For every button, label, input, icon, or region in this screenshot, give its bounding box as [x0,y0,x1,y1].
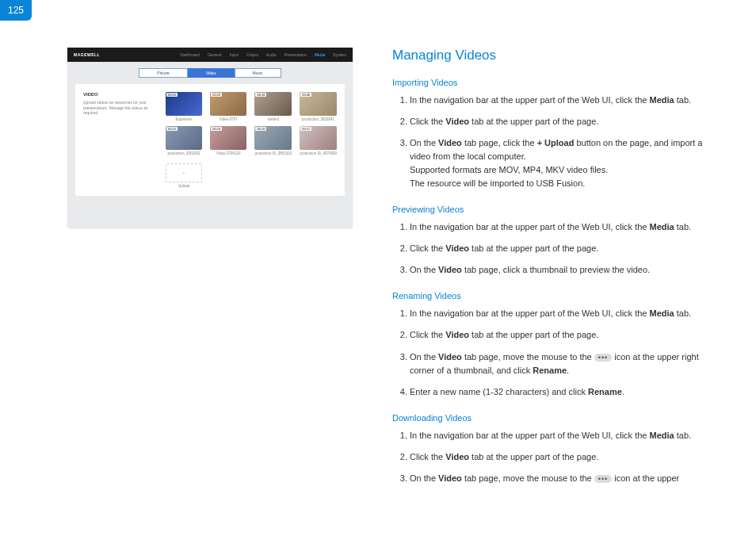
mock-nav-item: General [208,52,222,57]
mock-nav: DashboardGeneralInputOutputAudioPresenta… [180,52,346,57]
mock-thumb-label: Video-3707 [210,117,246,121]
mock-nav-item: System [333,52,346,57]
mock-duration-badge: 00:05 [166,93,178,97]
mock-duration-badge: 00:12 [300,127,311,131]
mock-thumbnail: 00:05Expansion [166,92,202,121]
bold-text: + Upload [537,138,575,147]
content-column: Managing Videos Importing VideosIn the n… [392,48,708,493]
step-item: In the navigation bar at the upper part … [410,220,708,234]
mock-tabs: PictureVideoMusic [67,68,353,78]
ellipsis-icon: ••• [594,354,612,362]
bold-text: Media [649,222,674,232]
bold-text: Video [445,452,469,461]
screenshot-figure: MAGEWELL DashboardGeneralInputOutputAudi… [67,48,353,493]
bold-text: Video [438,138,462,147]
step-item: On the Video tab page, click a thumbnail… [410,263,708,277]
step-item: Click the Video tab at the upper part of… [410,450,708,464]
mock-nav-item: Dashboard [180,52,199,57]
two-column-layout: MAGEWELL DashboardGeneralInputOutputAudi… [0,0,756,509]
step-item: On the Video tab page, move the mouse to… [410,350,708,377]
ellipsis-icon: ••• [594,475,612,483]
mock-duration-badge: 00:23 [211,127,222,131]
mock-duration-badge: 00:10 [255,127,266,131]
step-item: Click the Video tab at the upper part of… [410,115,708,128]
bold-text: Video [438,352,462,362]
mock-thumbnail: 00:10production ID_3851610 [254,126,292,155]
bold-text: Video [438,473,462,483]
mock-upload-label: Upload [166,184,202,188]
mock-side-desc: Upload videos as resources for your pres… [83,100,156,116]
step-item: In the navigation bar at the upper part … [410,307,708,320]
mock-nav-item: Input [230,52,239,57]
sections-container: Importing VideosIn the navigation bar at… [392,78,708,485]
brand-logo: MAGEWELL [74,52,100,57]
step-item: In the navigation bar at the upper part … [410,94,708,107]
mock-panel: VIDEO Upload videos as resources for you… [75,84,345,196]
mock-thumb-label: Iceland [254,117,292,121]
step-list: In the navigation bar at the upper part … [392,94,708,190]
mock-thumbnail: 00:23Video-3794120 [210,126,246,155]
bold-text: Media [649,95,674,105]
mock-thumbnail: 00:12production ID_4370830 [300,126,337,155]
plus-icon: + [166,163,202,182]
step-list: In the navigation bar at the upper part … [392,220,708,277]
app-screenshot-mock: MAGEWELL DashboardGeneralInputOutputAudi… [67,48,353,228]
mock-thumbnail: 00:08production_3818641 [300,92,337,121]
document-page: 125 MAGEWELL DashboardGeneralInputOutput… [0,0,756,536]
bold-text: Video [445,117,469,126]
mock-thumb-label: production ID_3851610 [254,151,292,155]
page-title: Managing Videos [392,48,708,63]
mock-thumbnail: 00:20Video-3707 [210,92,246,121]
section-heading: Importing Videos [392,78,708,87]
bold-text: Video [445,243,469,253]
step-list: In the navigation bar at the upper part … [392,307,708,398]
mock-nav-item: Output [246,52,258,57]
bold-text: Media [649,431,674,440]
bold-text: Rename [533,366,567,375]
mock-thumbnail-grid: 00:05Expansion00:20Video-370700:18Icelan… [166,92,337,188]
page-number-badge: 125 [0,0,32,21]
step-list: In the navigation bar at the upper part … [392,429,708,485]
section-heading: Previewing Videos [392,205,708,214]
mock-upload-tile: +Upload [166,163,202,188]
step-item: On the Video tab page, move the mouse to… [410,472,708,485]
mock-nav-item: Audio [266,52,277,57]
mock-thumbnail: 00:18Iceland [254,92,292,121]
mock-thumb-label: Video-3794120 [210,151,246,155]
mock-tab: Music [235,68,281,78]
mock-thumb-label: Expansion [166,117,202,121]
step-item: Enter a new name (1-32 characters) and c… [410,385,708,399]
mock-thumb-label: production ID_4370830 [300,151,337,155]
mock-duration-badge: 00:20 [211,93,222,97]
mock-thumbnail: 00:25production_3002352 [166,126,202,155]
bold-text: Rename [588,387,622,396]
mock-side-title: VIDEO [83,92,156,97]
mock-topbar: MAGEWELL DashboardGeneralInputOutputAudi… [67,48,353,62]
mock-thumb-label: production_3002352 [166,151,202,155]
step-item: Click the Video tab at the upper part of… [410,328,708,342]
step-item: In the navigation bar at the upper part … [410,429,708,442]
mock-nav-item: Media [315,52,326,57]
mock-duration-badge: 00:25 [166,127,178,131]
mock-nav-item: Presentation [284,52,307,57]
section-heading: Downloading Videos [392,413,708,423]
mock-tab: Video [188,68,235,78]
mock-tab: Picture [139,68,188,78]
bold-text: Video [438,265,462,274]
bold-text: Media [649,308,674,318]
step-item: Click the Video tab at the upper part of… [410,242,708,255]
mock-duration-badge: 00:08 [300,93,311,97]
mock-side: VIDEO Upload videos as resources for you… [83,92,156,188]
step-item: On the Video tab page, click the + Uploa… [410,136,708,190]
mock-thumb-label: production_3818641 [300,117,337,121]
mock-duration-badge: 00:18 [255,93,266,97]
section-heading: Renaming Videos [392,291,708,301]
bold-text: Video [445,330,469,339]
